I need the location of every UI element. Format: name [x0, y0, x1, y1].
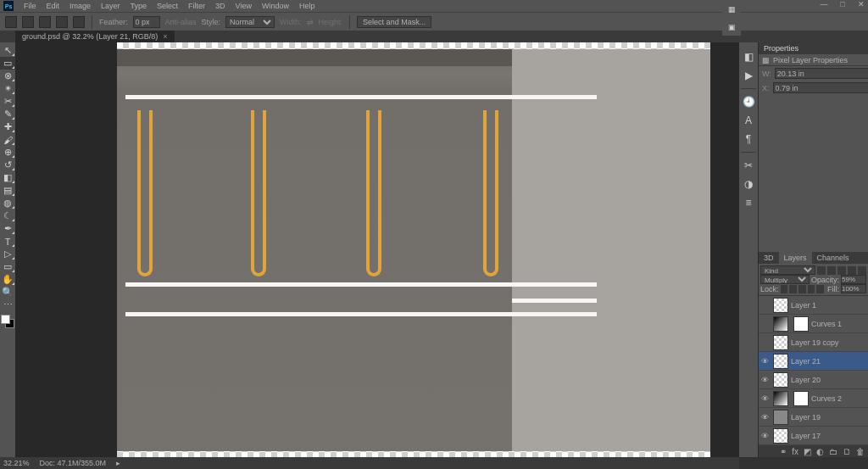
play-action-icon[interactable]: ▶ — [739, 66, 758, 85]
visibility-toggle[interactable]: 👁 — [759, 357, 771, 366]
document-canvas[interactable] — [117, 42, 710, 457]
stamp-tool[interactable]: ⊕ — [0, 146, 15, 159]
new-sel-icon[interactable] — [22, 16, 34, 28]
layer-row[interactable]: 👁Layer 21 — [759, 352, 868, 371]
tab-channels[interactable]: Channels — [812, 252, 854, 264]
layer-thumbnail[interactable] — [773, 298, 788, 313]
hand-tool[interactable]: ✋ — [0, 273, 15, 286]
menu-filter[interactable]: Filter — [183, 2, 210, 10]
visibility-toggle[interactable]: 👁 — [759, 432, 771, 440]
prop-w-input[interactable] — [775, 68, 868, 79]
layer-name[interactable]: Layer 1 — [791, 301, 866, 310]
blend-mode-select[interactable]: Multiply — [760, 275, 810, 284]
layer-row[interactable]: 👁Layer 19 — [759, 408, 868, 427]
lock-position-icon[interactable] — [798, 285, 806, 293]
menu-3d[interactable]: 3D — [210, 2, 231, 10]
feather-input[interactable] — [133, 16, 160, 28]
layer-thumbnail[interactable] — [773, 335, 788, 350]
menu-select[interactable]: Select — [152, 2, 183, 10]
layer-name[interactable]: Layer 17 — [791, 432, 866, 440]
properties-panel-title[interactable]: Properties — [759, 42, 868, 54]
filter-type-icon[interactable] — [837, 266, 846, 275]
sub-sel-icon[interactable] — [56, 16, 68, 28]
filter-shape-icon[interactable] — [848, 266, 856, 275]
move-tool[interactable]: ↖ — [0, 44, 15, 57]
visibility-toggle[interactable]: 👁 — [759, 376, 771, 384]
prop-x-input[interactable] — [773, 82, 868, 93]
layer-name[interactable]: Layer 19 — [791, 413, 866, 422]
foreground-color-swatch[interactable] — [1, 315, 10, 324]
canvas-area[interactable] — [15, 42, 736, 457]
new-layer-icon[interactable]: 🗋 — [843, 447, 851, 456]
zoom-tool[interactable]: 🔍 — [0, 286, 15, 299]
doc-size-info[interactable]: Doc: 47.1M/355.0M — [40, 459, 107, 467]
layer-mask-icon[interactable]: ◩ — [804, 447, 811, 456]
menu-help[interactable]: Help — [294, 2, 320, 10]
layer-name[interactable]: Layer 20 — [791, 376, 866, 384]
tab-layers[interactable]: Layers — [779, 252, 812, 264]
pen-tool[interactable]: ✒ — [0, 222, 15, 235]
tab-3d[interactable]: 3D — [759, 252, 779, 264]
menu-file[interactable]: File — [19, 2, 42, 10]
status-chevron-icon[interactable]: ▸ — [116, 459, 120, 467]
adjustment-thumbnail[interactable] — [773, 391, 788, 406]
intersect-sel-icon[interactable] — [73, 16, 85, 28]
history-panel-icon[interactable]: 🕘 — [739, 92, 758, 111]
layer-name[interactable]: Layer 21 — [791, 357, 866, 366]
layer-row[interactable]: Curves 1 — [759, 315, 868, 333]
filter-adj-icon[interactable] — [827, 266, 836, 275]
color-panel-icon[interactable]: ◧ — [739, 47, 758, 66]
maximize-button[interactable]: □ — [837, 0, 848, 8]
lock-all-icon[interactable] — [816, 285, 824, 293]
menu-image[interactable]: Image — [64, 2, 96, 10]
crop-tool[interactable]: ✂ — [0, 95, 15, 108]
link-layers-icon[interactable]: ⚭ — [780, 447, 787, 456]
mask-thumbnail[interactable] — [793, 391, 809, 406]
filter-pixel-icon[interactable] — [817, 266, 826, 275]
zoom-level[interactable]: 32.21% — [3, 459, 30, 467]
layer-thumbnail[interactable] — [773, 354, 788, 369]
healing-tool[interactable]: ✚ — [0, 120, 15, 133]
lock-artboard-icon[interactable] — [808, 285, 815, 293]
layer-row[interactable]: 👁Curves 2 — [759, 389, 868, 408]
layer-name[interactable]: Curves 2 — [811, 394, 866, 403]
lock-pixel-icon[interactable] — [789, 285, 797, 293]
eyedropper-tool[interactable]: ✎ — [0, 108, 15, 120]
opacity-input[interactable] — [841, 275, 866, 284]
arrange-icon[interactable]: ▦ — [722, 0, 741, 18]
layer-name[interactable]: Curves 1 — [811, 320, 866, 328]
fill-input[interactable] — [841, 284, 866, 293]
paragraph-panel-icon[interactable]: ¶ — [739, 130, 758, 148]
tool-preset-chip[interactable] — [5, 16, 17, 28]
frame-icon[interactable]: ▣ — [722, 18, 741, 36]
delete-layer-icon[interactable]: 🗑 — [856, 447, 865, 456]
adjust-panel-icon[interactable]: ◑ — [739, 175, 758, 193]
brush-tool[interactable]: 🖌 — [0, 133, 15, 146]
layer-name[interactable]: Layer 19 copy — [791, 338, 866, 347]
minimize-button[interactable]: — — [819, 0, 829, 8]
layer-row[interactable]: Layer 1 — [759, 296, 868, 315]
layer-kind-filter[interactable]: Kind — [760, 265, 815, 275]
adjustment-thumbnail[interactable] — [773, 316, 788, 332]
select-and-mask-button[interactable]: Select and Mask... — [357, 16, 431, 28]
menu-window[interactable]: Window — [257, 2, 294, 10]
layers-panel-icon[interactable]: ≡ — [739, 193, 758, 212]
menu-view[interactable]: View — [231, 2, 257, 10]
gradient-tool[interactable]: ▤ — [0, 184, 15, 197]
blur-tool[interactable]: ◍ — [0, 197, 15, 209]
antialias-checkbox[interactable]: Anti-alias — [165, 18, 197, 26]
new-group-icon[interactable]: 🗀 — [829, 447, 837, 456]
layer-style-icon[interactable]: fx — [792, 447, 798, 456]
filter-smart-icon[interactable] — [858, 266, 866, 275]
path-select-tool[interactable]: ▷ — [0, 248, 15, 260]
type-tool[interactable]: T — [0, 235, 15, 248]
layer-row[interactable]: 👁Layer 17 — [759, 427, 868, 445]
shape-tool[interactable]: ▭ — [0, 260, 15, 273]
document-tab[interactable]: ground.psd @ 32.2% (Layer 21, RGB/8) × — [15, 31, 175, 42]
menu-edit[interactable]: Edit — [42, 2, 65, 10]
close-tab-icon[interactable]: × — [163, 32, 167, 41]
quick-select-tool[interactable]: ✴ — [0, 82, 15, 95]
close-button[interactable]: ✕ — [856, 0, 866, 8]
marquee-tool[interactable]: ▭ — [0, 57, 15, 70]
layer-thumbnail[interactable] — [773, 372, 788, 388]
